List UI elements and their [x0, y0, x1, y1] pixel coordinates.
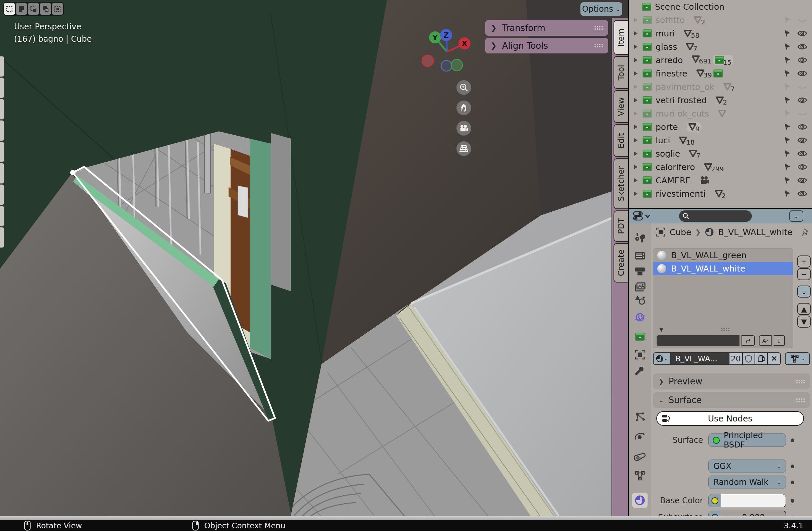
- properties-tab-modifiers[interactable]: [632, 363, 648, 378]
- sidebar-tab-sketcher[interactable]: Sketcher: [613, 158, 628, 209]
- visibility-eye-icon[interactable]: [797, 150, 807, 157]
- panel-grip-icon[interactable]: [796, 380, 804, 383]
- selectable-toggle-icon[interactable]: [783, 42, 791, 51]
- hide-eye-icon[interactable]: [797, 16, 807, 24]
- hide-eye-icon[interactable]: [797, 83, 807, 90]
- expand-arrow-icon[interactable]: [634, 124, 642, 130]
- mesh-data-icon[interactable]: 7: [723, 83, 735, 91]
- properties-tab-constraints[interactable]: [632, 449, 648, 464]
- axis-gizmo[interactable]: Y Z X: [418, 28, 475, 72]
- expand-arrow-icon[interactable]: [634, 71, 642, 76]
- expand-arrow-icon[interactable]: [634, 98, 642, 103]
- expand-arrow-icon[interactable]: [634, 17, 642, 23]
- collection-name[interactable]: CAMERE: [656, 176, 691, 185]
- selectable-toggle-icon[interactable]: [783, 69, 791, 78]
- mesh-data-icon[interactable]: 2: [693, 16, 705, 24]
- decorator-dot-icon[interactable]: [791, 464, 794, 468]
- properties-tab-render[interactable]: [632, 248, 648, 264]
- transform-panel-header[interactable]: ❯ Transform: [485, 20, 608, 36]
- collection-data-icon[interactable]: [713, 69, 723, 78]
- selectable-toggle-icon[interactable]: [783, 163, 791, 171]
- collection-name[interactable]: soglie: [656, 149, 680, 159]
- breadcrumb-object[interactable]: Cube: [670, 227, 691, 237]
- visibility-eye-icon[interactable]: [797, 190, 807, 197]
- camera-data-icon[interactable]: [699, 176, 709, 185]
- outliner-row-muri-ok_cuts[interactable]: muri ok_cuts: [629, 107, 812, 120]
- mesh-data-icon[interactable]: 7: [689, 150, 700, 158]
- sidebar-tab-pdt[interactable]: PDT: [613, 210, 628, 242]
- outliner-row-arredo[interactable]: arredo69115: [629, 54, 812, 67]
- expand-arrow-icon[interactable]: [634, 57, 642, 63]
- collection-name[interactable]: muri: [656, 29, 675, 39]
- selectable-toggle-icon[interactable]: [783, 29, 791, 38]
- collection-data-icon[interactable]: 15: [713, 55, 733, 65]
- selectable-toggle-icon[interactable]: [783, 96, 791, 105]
- mesh-data-icon[interactable]: 2: [715, 96, 727, 104]
- filter-disclosure-icon[interactable]: ▼: [659, 326, 663, 333]
- outliner-row-finestre[interactable]: finestre39: [629, 67, 812, 80]
- hide-eye-icon[interactable]: [797, 110, 807, 117]
- material-slot-row[interactable]: B_VL_WALL_green: [653, 249, 793, 262]
- tool-button-stub[interactable]: [0, 120, 4, 141]
- list-grip-icon[interactable]: [721, 328, 729, 331]
- expand-arrow-icon[interactable]: [634, 111, 642, 116]
- tool-button-stub[interactable]: [0, 142, 4, 162]
- mesh-data-icon[interactable]: 2: [714, 190, 726, 198]
- expand-arrow-icon[interactable]: [634, 44, 642, 49]
- mesh-data-icon[interactable]: 7: [686, 43, 697, 51]
- outliner-row-rivestimenti[interactable]: rivestimenti2: [629, 187, 812, 201]
- mesh-data-icon[interactable]: [718, 109, 726, 118]
- expand-arrow-icon[interactable]: [634, 164, 642, 169]
- visibility-eye-icon[interactable]: [797, 137, 807, 144]
- slot-filter-row[interactable]: ▼: [653, 326, 793, 333]
- collection-name[interactable]: luci: [656, 136, 670, 145]
- move-slot-up-button[interactable]: ▲: [797, 303, 811, 315]
- surface-panel-header[interactable]: ⌄ Surface: [653, 392, 810, 408]
- visibility-eye-icon[interactable]: [797, 177, 807, 184]
- 3d-viewport[interactable]: User Perspective (167) bagno | Cube Opti…: [0, 0, 628, 516]
- select-intersect-button[interactable]: [52, 3, 63, 15]
- camera-view-button[interactable]: [456, 121, 471, 136]
- browse-material-button[interactable]: ⌄: [653, 352, 671, 365]
- sort-invert-button[interactable]: ↓: [773, 335, 785, 346]
- properties-tab-world[interactable]: [632, 310, 648, 325]
- unlink-material-button[interactable]: ✕: [768, 352, 781, 365]
- use-nodes-button[interactable]: Use Nodes: [656, 411, 804, 426]
- tool-button-stub[interactable]: [0, 77, 4, 98]
- panel-grip-icon[interactable]: [796, 398, 804, 402]
- mesh-data-icon[interactable]: 9: [687, 122, 701, 132]
- visibility-eye-icon[interactable]: [797, 56, 807, 64]
- expand-arrow-icon[interactable]: [634, 137, 642, 143]
- properties-options-button[interactable]: ⌄: [789, 210, 803, 222]
- mesh-data-icon[interactable]: 299: [704, 163, 724, 171]
- visibility-eye-icon[interactable]: [797, 123, 807, 131]
- sidebar-tab-view[interactable]: View: [613, 90, 628, 123]
- select-new-button[interactable]: [4, 3, 15, 15]
- selectable-toggle-icon[interactable]: [783, 149, 791, 158]
- panel-grip-icon[interactable]: [594, 26, 603, 30]
- add-slot-button[interactable]: +: [797, 255, 811, 267]
- sidebar-tab-item[interactable]: Item: [613, 20, 628, 55]
- move-slot-down-button[interactable]: ▼: [797, 315, 811, 328]
- outliner-row-soffitto[interactable]: soffitto2: [629, 13, 812, 27]
- outliner-row-soglie[interactable]: soglie7: [629, 147, 812, 160]
- material-name-field[interactable]: B_VL_WA...: [671, 352, 729, 365]
- distribution-dropdown[interactable]: GGX ⌄: [708, 459, 786, 473]
- properties-tab-scene[interactable]: [632, 292, 648, 308]
- outliner-row-calorifero[interactable]: calorifero299: [629, 160, 812, 174]
- slot-specials-dropdown[interactable]: ⌄: [797, 285, 811, 298]
- base-color-swatch[interactable]: [721, 494, 786, 507]
- properties-search-input[interactable]: [679, 210, 752, 222]
- properties-tab-object-data[interactable]: [632, 468, 648, 483]
- outliner-row-porte[interactable]: porte9: [629, 120, 812, 134]
- visibility-eye-icon[interactable]: [797, 97, 807, 104]
- material-users-count[interactable]: 20: [729, 352, 743, 365]
- expand-arrow-icon[interactable]: [634, 178, 642, 183]
- material-slot-selected[interactable]: B_VL_WALL_white: [653, 262, 793, 275]
- sidebar-tab-edit[interactable]: Edit: [613, 124, 628, 157]
- tool-button-stub[interactable]: [0, 163, 4, 184]
- selectable-toggle-icon[interactable]: [783, 122, 791, 131]
- decorator-dot-icon[interactable]: [791, 499, 794, 503]
- expand-arrow-icon[interactable]: [634, 191, 642, 196]
- outliner-row-pavimento_ok[interactable]: pavimento_ok7: [629, 80, 812, 93]
